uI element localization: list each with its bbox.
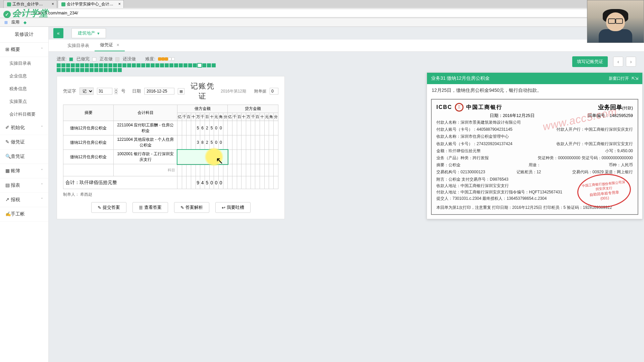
progress-square[interactable] <box>207 63 211 67</box>
digit-cell[interactable] <box>251 164 255 176</box>
digit-cell[interactable] <box>191 135 196 150</box>
digit-cell[interactable] <box>182 121 186 135</box>
digit-cell[interactable] <box>260 121 265 135</box>
progress-square[interactable] <box>66 68 70 72</box>
digit-cell[interactable] <box>186 121 191 135</box>
submit-answer-button[interactable]: ✎提交答案 <box>91 202 126 213</box>
bookmark-item-icon[interactable]: ◆ <box>22 20 28 25</box>
digit-cell[interactable]: 8 <box>200 135 205 150</box>
digit-cell[interactable] <box>191 121 196 135</box>
url-input[interactable]: ⓘ lx.acc5.com/main_234/ <box>25 9 634 17</box>
sidebar-item-init[interactable]: ✐初始化 ˅ <box>0 121 48 135</box>
digit-cell[interactable] <box>251 135 255 150</box>
digit-cell[interactable] <box>237 121 241 135</box>
digit-cell[interactable] <box>237 135 241 150</box>
digit-cell[interactable] <box>241 135 246 150</box>
voucher-num-input[interactable] <box>97 88 112 95</box>
sidebar-sub-tax[interactable]: 税务信息 <box>0 82 48 95</box>
progress-square[interactable] <box>141 63 145 67</box>
bookmark-apps[interactable]: 应用 <box>11 19 19 25</box>
tab-catalog[interactable]: 实操目录表 <box>62 40 95 51</box>
digit-cell[interactable] <box>186 164 191 176</box>
digit-cell[interactable] <box>264 121 269 135</box>
digit-cell[interactable]: 5 <box>196 121 200 135</box>
sidebar-item-ledger[interactable]: ▦账簿 ˅ <box>0 164 48 178</box>
browser-tab-1[interactable]: 工作台_会计学… × <box>3 0 57 8</box>
digit-cell[interactable] <box>264 164 269 176</box>
digit-cell[interactable] <box>269 150 274 164</box>
calendar-icon[interactable]: ▦ <box>178 88 184 95</box>
digit-cell[interactable] <box>255 164 260 176</box>
digit-cell[interactable] <box>196 164 200 176</box>
progress-square[interactable] <box>165 63 169 67</box>
digit-cell[interactable] <box>274 135 278 150</box>
progress-square[interactable] <box>146 63 150 67</box>
digit-cell[interactable] <box>246 150 251 164</box>
apps-icon[interactable]: ⊞ <box>3 20 9 25</box>
digit-cell[interactable] <box>237 164 241 176</box>
digit-cell[interactable] <box>260 164 265 176</box>
digit-cell[interactable] <box>255 135 260 150</box>
digit-cell[interactable] <box>264 135 269 150</box>
sidebar-sub-catalog[interactable]: 实操目录表 <box>0 57 48 70</box>
browser-tab-2[interactable]: 会计学堂实操中心_会计… × <box>58 0 124 8</box>
digit-cell[interactable] <box>186 135 191 150</box>
prev-button[interactable]: ‹ <box>613 57 623 67</box>
sidebar-item-manual[interactable]: ✍手工帐 <box>0 207 48 222</box>
digit-cell[interactable] <box>232 121 237 135</box>
progress-square[interactable] <box>85 68 89 72</box>
progress-square[interactable] <box>183 63 187 67</box>
tab-voucher[interactable]: 做凭证 ✕ <box>95 39 125 51</box>
progress-square[interactable] <box>118 63 122 67</box>
digit-cell[interactable] <box>246 121 251 135</box>
open-new-window[interactable]: 新窗口打开 <box>609 76 629 81</box>
progress-square[interactable] <box>104 68 108 72</box>
progress-square[interactable] <box>80 68 84 72</box>
digit-cell[interactable] <box>241 121 246 135</box>
progress-square[interactable] <box>71 68 75 72</box>
digit-cell[interactable] <box>264 150 269 164</box>
account-cell[interactable]: 1002001 银行存款 - 工行深圳安庆支行 <box>114 150 177 164</box>
summary-cell[interactable] <box>63 164 114 176</box>
view-answer-button[interactable]: ☰查看答案 <box>132 202 168 213</box>
sidebar-item-queryvoucher[interactable]: 🔍查凭证 <box>0 149 48 164</box>
progress-square[interactable] <box>155 63 159 67</box>
digit-cell[interactable] <box>228 164 232 176</box>
progress-square[interactable] <box>127 63 131 67</box>
digit-cell[interactable] <box>191 164 196 176</box>
progress-squares[interactable] <box>57 63 218 72</box>
progress-square[interactable] <box>99 68 103 72</box>
close-icon[interactable]: ✕ <box>116 43 119 47</box>
progress-square[interactable] <box>66 63 70 67</box>
digit-cell[interactable] <box>255 150 260 164</box>
digit-cell[interactable] <box>237 150 241 164</box>
next-button[interactable]: › <box>626 57 636 67</box>
progress-square[interactable] <box>160 63 164 67</box>
digit-cell[interactable] <box>228 135 232 150</box>
progress-square[interactable] <box>75 68 79 72</box>
summary-cell[interactable]: 缴纳12月住房公积金 <box>63 121 114 135</box>
digit-cell[interactable] <box>251 121 255 135</box>
sidebar-item-overview[interactable]: ⊞概要 ˄ <box>0 43 48 57</box>
digit-cell[interactable] <box>232 150 237 164</box>
digit-cell[interactable] <box>274 164 278 176</box>
progress-square[interactable] <box>71 63 75 67</box>
sidebar-sub-subjects[interactable]: 会计科目概要 <box>0 108 48 121</box>
digit-cell[interactable] <box>246 164 251 176</box>
progress-square[interactable] <box>104 63 108 67</box>
digit-cell[interactable] <box>241 164 246 176</box>
digit-cell[interactable] <box>269 135 274 150</box>
fill-voucher-button[interactable]: 填写记账凭证 <box>572 56 608 67</box>
attach-input[interactable] <box>270 88 278 95</box>
digit-cell[interactable]: 2 <box>205 135 210 150</box>
progress-square[interactable] <box>193 63 197 67</box>
expand-icon[interactable]: ⇱⇲ <box>632 76 638 81</box>
digit-cell[interactable] <box>255 121 260 135</box>
num-spinner[interactable]: ▴▾ <box>114 88 118 94</box>
sidebar-item-taxreport[interactable]: ↗报税 ˅ <box>0 193 48 207</box>
progress-square[interactable] <box>212 63 216 67</box>
progress-square[interactable] <box>132 63 136 67</box>
progress-square[interactable] <box>57 63 61 67</box>
progress-square[interactable] <box>85 63 89 67</box>
collapse-sidebar-button[interactable]: « <box>53 28 63 38</box>
